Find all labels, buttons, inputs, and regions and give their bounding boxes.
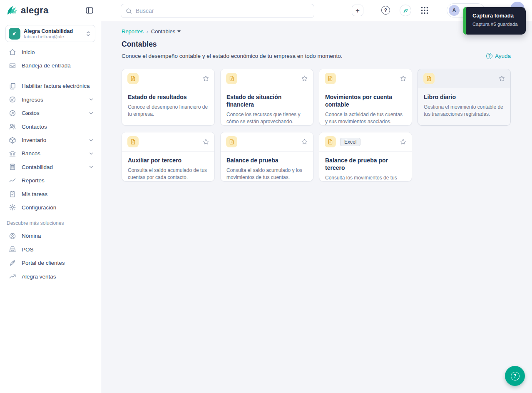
- subtitle-row: Conoce el desempeño contable y el estado…: [122, 53, 511, 59]
- report-card-movimientos-cuenta[interactable]: Movimientos por cuenta contable Conoce l…: [319, 69, 412, 126]
- workspace-switcher[interactable]: Alegra Contabilidad fabian.beltran@ale..…: [5, 25, 95, 42]
- alegra-logo[interactable]: alegra: [6, 5, 49, 16]
- create-new-button[interactable]: +: [352, 5, 363, 16]
- arrow-up-circle-icon: [9, 109, 16, 117]
- sidebar-item-portal-clientes[interactable]: Portal de clientes: [0, 256, 101, 269]
- ayuda-help-link[interactable]: ? Ayuda: [486, 53, 511, 59]
- sidebar-item-bandeja[interactable]: Bandeja de entrada: [0, 59, 101, 72]
- report-doc-icon: [423, 73, 435, 84]
- question-icon: ?: [511, 372, 520, 381]
- payroll-icon: [9, 232, 16, 240]
- toast-message: Captura #5 guardada: [472, 22, 522, 27]
- sidebar-item-pos[interactable]: POS: [0, 243, 101, 256]
- report-title: Auxiliar por tercero: [128, 157, 209, 164]
- page-title: Contables: [122, 40, 511, 49]
- global-search[interactable]: [121, 4, 314, 18]
- sidebar-item-configuracion[interactable]: Configuración: [0, 201, 101, 214]
- report-card-auxiliar-tercero[interactable]: Auxiliar por tercero Consulta el saldo a…: [122, 132, 215, 182]
- trending-up-icon: [9, 273, 16, 280]
- breadcrumb-contables-dropdown[interactable]: Contables: [151, 28, 181, 35]
- workspace-info: Alegra Contabilidad fabian.beltran@ale..…: [24, 28, 73, 39]
- rocket-icon: [9, 259, 16, 267]
- search-input[interactable]: [136, 7, 310, 14]
- chevron-down-icon: [88, 164, 94, 170]
- report-doc-icon: [226, 73, 237, 84]
- report-doc-icon: [325, 136, 336, 147]
- report-title: Movimientos por cuenta contable: [325, 93, 406, 108]
- help-fab-button[interactable]: ?: [505, 366, 525, 386]
- sidebar-section-label: Descubre más soluciones: [0, 214, 101, 229]
- report-card-libro-diario[interactable]: Libro diario Gestiona el movimiento cont…: [418, 69, 511, 126]
- sidebar-item-nomina[interactable]: Nómina: [0, 229, 101, 243]
- sidebar-item-factura-electronica[interactable]: Habilitar factura electrónica: [0, 80, 101, 93]
- sidebar-item-inventario[interactable]: Inventario: [0, 133, 101, 147]
- report-description: Consulta el saldo acumulado de tus cuent…: [128, 167, 209, 181]
- arrow-down-circle-icon: [9, 96, 16, 103]
- favorite-star-icon[interactable]: [498, 75, 505, 82]
- report-card-balance-prueba-tercero[interactable]: Excel Balance de prueba por tercero Cons…: [319, 132, 412, 182]
- workspace-name: Alegra Contabilidad: [24, 28, 73, 34]
- favorite-star-icon[interactable]: [202, 75, 209, 82]
- toast-title: Captura tomada: [472, 12, 522, 19]
- report-title: Estado de resultados: [128, 93, 209, 101]
- help-icon[interactable]: ?: [381, 6, 390, 15]
- report-card-balance-prueba[interactable]: Balance de prueba Consulta el saldo acum…: [220, 132, 313, 182]
- logo-wordmark: alegra: [21, 5, 49, 16]
- favorite-star-icon[interactable]: [301, 138, 308, 145]
- sidebar-divider: [6, 76, 95, 76]
- chevron-down-icon: [88, 97, 94, 102]
- gear-icon: [9, 204, 16, 211]
- home-icon: [9, 48, 16, 56]
- favorite-star-icon[interactable]: [400, 75, 407, 82]
- leaf-icon[interactable]: [400, 5, 411, 16]
- avatar: A: [449, 5, 460, 16]
- sidebar-item-bancos[interactable]: Bancos: [0, 147, 101, 160]
- sidebar-item-gastos[interactable]: Gastos: [0, 107, 101, 120]
- sidebar-item-inicio[interactable]: Inicio: [0, 45, 101, 59]
- report-description: Consulta los movimientos de tus cuentas …: [325, 174, 406, 182]
- sidebar-item-contactos[interactable]: Contactos: [0, 120, 101, 133]
- sidebar-nav: Inicio Bandeja de entrada Habilitar fact…: [0, 45, 101, 283]
- report-doc-icon: [226, 136, 237, 147]
- help-circle-icon: ?: [486, 53, 492, 59]
- report-description: Conoce los recursos que tienes y cómo se…: [226, 111, 307, 125]
- favorite-star-icon[interactable]: [400, 138, 407, 145]
- breadcrumb-reportes-link[interactable]: Reportes: [122, 28, 144, 35]
- document-icon: [9, 82, 16, 90]
- sidebar-header: alegra: [0, 0, 101, 21]
- chart-icon: [9, 177, 16, 184]
- sidebar-collapse-icon[interactable]: [85, 6, 94, 15]
- users-icon: [9, 123, 16, 130]
- chevron-down-icon: [88, 110, 94, 116]
- report-title: Estado de situación financiera: [226, 93, 307, 108]
- report-description: Gestiona el movimiento contable de tus t…: [424, 104, 505, 118]
- apps-grid-icon[interactable]: [420, 6, 429, 15]
- breadcrumb: Reportes › Contables: [122, 28, 511, 35]
- report-doc-icon: [325, 73, 336, 84]
- report-description: Conoce el desempeño financiero de tu emp…: [128, 104, 209, 118]
- favorite-star-icon[interactable]: [202, 138, 209, 145]
- favorite-star-icon[interactable]: [301, 75, 308, 82]
- caret-down-icon: [177, 30, 181, 32]
- report-doc-icon: [127, 136, 139, 147]
- workspace-avatar-icon: [9, 28, 20, 40]
- chevron-down-icon: [88, 137, 94, 143]
- package-icon: [9, 137, 16, 144]
- sidebar-item-reportes[interactable]: Reportes: [0, 174, 101, 187]
- sidebar-item-ingresos[interactable]: Ingresos: [0, 93, 101, 106]
- page-subtitle: Conoce el desempeño contable y el estado…: [122, 53, 343, 59]
- page-header: Reportes › Contables Contables Conoce el…: [122, 28, 511, 59]
- workspace-email: fabian.beltran@ale...: [24, 34, 73, 39]
- report-card-situacion-financiera[interactable]: Estado de situación financiera Conoce lo…: [220, 69, 313, 126]
- sidebar-item-alegra-ventas[interactable]: Alegra ventas: [0, 270, 101, 283]
- app-window: alegra Alegra Contabilidad fabian.beltra…: [0, 0, 532, 393]
- workspace-selector-icon: [86, 31, 91, 37]
- calculator-icon: [9, 163, 16, 171]
- report-card-estado-resultados[interactable]: Estado de resultados Conoce el desempeño…: [122, 69, 215, 126]
- capture-toast: Captura tomada Captura #5 guardada: [463, 7, 526, 35]
- report-title: Balance de prueba por tercero: [325, 157, 406, 172]
- report-doc-icon: [127, 73, 139, 84]
- sidebar-item-mis-tareas[interactable]: Mis tareas: [0, 187, 101, 201]
- inbox-icon: [9, 62, 16, 70]
- sidebar-item-contabilidad[interactable]: Contabilidad: [0, 160, 101, 174]
